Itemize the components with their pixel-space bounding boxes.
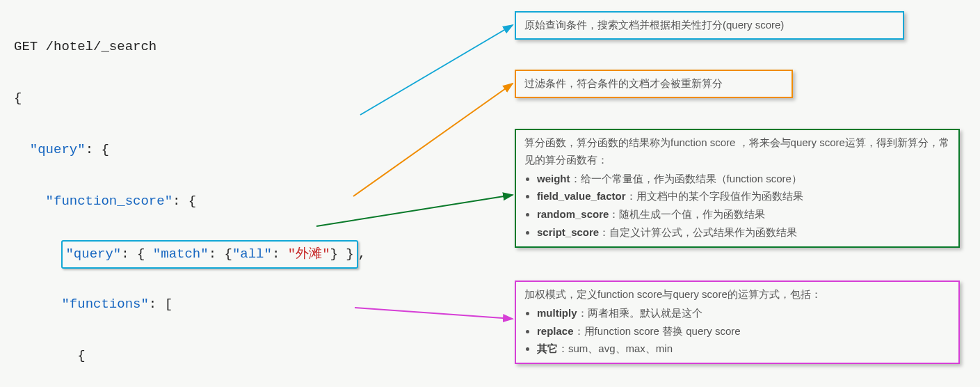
callout-functions: 算分函数，算分函数的结果称为function score ，将来会与query …: [515, 129, 960, 248]
punct: ,: [358, 246, 366, 262]
callout-filter: 过滤条件，符合条件的文档才会被重新算分: [515, 70, 793, 98]
json-key: "query": [30, 142, 86, 157]
punct: :: [272, 246, 288, 262]
punct: : {: [209, 246, 232, 262]
punct: } }: [330, 246, 354, 262]
callout-intro: 加权模式，定义function score与query score的运算方式，包…: [524, 288, 821, 300]
callout-query: 原始查询条件，搜索文档并根据相关性打分(query score): [515, 11, 904, 40]
callout-text: 过滤条件，符合条件的文档才会被重新算分: [524, 77, 723, 89]
punct: : {: [86, 142, 109, 157]
callout-text: 原始查询条件，搜索文档并根据相关性打分(query score): [524, 19, 784, 31]
json-key: "query": [65, 246, 121, 262]
callout-intro: 算分函数，算分函数的结果称为function score ，将来会与query …: [524, 136, 949, 166]
brace: {: [77, 348, 85, 363]
punct: : [: [149, 297, 172, 312]
code-text: GET /hotel/_search: [14, 39, 156, 54]
brace: {: [14, 90, 22, 106]
list-item: multiply：两者相乘。默认就是这个: [537, 305, 950, 322]
json-key: "match": [153, 246, 209, 262]
query-box: "query": { "match": {"all": "外滩"} }: [61, 240, 358, 269]
callout-list: multiply：两者相乘。默认就是这个 replace：用function s…: [524, 305, 950, 358]
list-item: weight：给一个常量值，作为函数结果（function score）: [537, 171, 950, 188]
json-key: "all": [232, 246, 272, 262]
json-key: "function_score": [46, 194, 172, 209]
list-item: 其它：sum、avg、max、min: [537, 340, 950, 358]
list-item: random_score：随机生成一个值，作为函数结果: [537, 206, 950, 223]
punct: : {: [121, 246, 153, 262]
list-item: field_value_factor：用文档中的某个字段值作为函数结果: [537, 188, 950, 205]
list-item: script_score：自定义计算公式，公式结果作为函数结果: [537, 224, 950, 242]
callout-list: weight：给一个常量值，作为函数结果（function score） fie…: [524, 171, 950, 242]
list-item: replace：用function score 替换 query score: [537, 323, 950, 340]
json-string: "外滩": [288, 246, 330, 262]
callout-boost-mode: 加权模式，定义function score与query score的运算方式，包…: [515, 281, 960, 364]
json-key: "functions": [61, 297, 148, 312]
punct: : {: [172, 194, 196, 209]
